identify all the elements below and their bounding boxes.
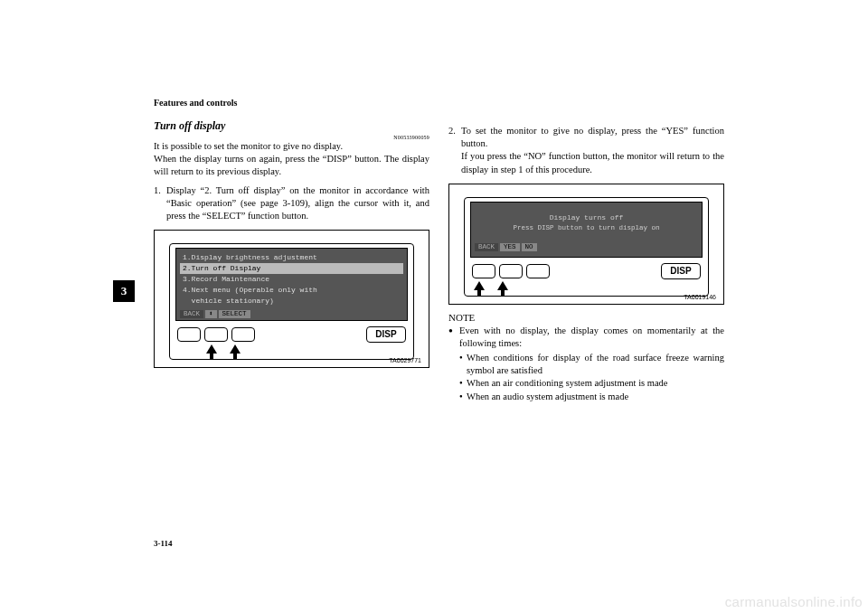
hw-button-3: [231, 327, 255, 342]
softkey-no: NO: [522, 243, 537, 251]
note-heading: NOTE: [448, 312, 724, 323]
note-text: Even with no display, the display comes …: [459, 325, 724, 348]
chapter-tab: 3: [113, 280, 135, 302]
softkey-yes: YES: [500, 243, 520, 251]
disp-button: DISP: [661, 263, 701, 279]
menu-item: vehicle stationary): [180, 296, 403, 306]
menu-item: 3.Record Maintenance: [180, 274, 403, 285]
arrow-up-icon: [497, 281, 508, 290]
manual-page: Features and controls 3 Turn off display…: [0, 0, 868, 613]
menu-item: 4.Next menu (Operable only with: [180, 285, 403, 296]
left-column: Turn off display N00533900059 It is poss…: [154, 119, 429, 368]
screen-subtitle: Press DISP button to turn display on: [475, 222, 698, 240]
figure-1: 1.Display brightness adjustment 2.Turn o…: [154, 230, 429, 368]
hardware-button-row: DISP: [470, 263, 703, 279]
figure-id: TA0029771: [389, 357, 421, 363]
step-text: If you press the “NO” function button, t…: [461, 150, 724, 175]
page-number: 3-114: [154, 539, 173, 548]
step-number: 1.: [154, 184, 161, 197]
figure-2: Display turns off Press DISP button to t…: [448, 184, 724, 305]
screen-title: Display turns off: [475, 206, 698, 222]
menu-item-selected: 2.Turn off Display: [180, 263, 403, 274]
step-text: Display “2. Turn off display” on the mon…: [166, 184, 429, 223]
hw-button-1: [472, 264, 495, 278]
step-number: 2.: [448, 125, 456, 137]
menu-item: 1.Display brightness adjustment: [180, 252, 403, 263]
softkey-buttons: [177, 327, 255, 342]
subsection-title: Turn off display: [154, 119, 429, 133]
softkey-bar: BACK ⬍ SELECT: [180, 310, 403, 318]
display-device: 1.Display brightness adjustment 2.Turn o…: [169, 243, 414, 360]
body-paragraph: When the display turns on again, press t…: [154, 153, 429, 178]
hw-button-2: [499, 264, 523, 278]
body-paragraph: It is possible to set the monitor to giv…: [154, 140, 429, 153]
disp-button: DISP: [366, 326, 406, 343]
softkey-bar: BACK YES NO: [475, 243, 698, 251]
step-item: 2. To set the monitor to give no display…: [448, 125, 724, 176]
pointer-arrows: [206, 344, 408, 354]
arrow-up-icon: [206, 344, 217, 354]
pointer-arrows: [474, 281, 703, 290]
step-text: To set the monitor to give no display, p…: [461, 125, 724, 150]
lcd-screen: 1.Display brightness adjustment 2.Turn o…: [175, 248, 408, 321]
note-sub-bullet: When conditions for display of the road …: [459, 352, 724, 377]
hardware-button-row: DISP: [175, 326, 408, 343]
hw-button-3: [526, 264, 550, 278]
arrow-up-icon: [474, 281, 485, 290]
softkey-back: BACK: [475, 243, 498, 251]
lcd-screen: Display turns off Press DISP button to t…: [470, 202, 703, 258]
arrow-up-icon: [230, 344, 241, 354]
softkey-select: SELECT: [219, 310, 250, 318]
softkey-updown: ⬍: [205, 310, 217, 318]
note-bullet: Even with no display, the display comes …: [448, 325, 724, 403]
softkey-buttons: [472, 264, 550, 278]
note-sub-bullet: When an audio system adjustment is made: [459, 391, 724, 403]
hw-button-2: [204, 327, 228, 342]
display-device: Display turns off Press DISP button to t…: [464, 197, 709, 297]
figure-id: TA0019146: [684, 294, 716, 300]
step-item: 1. Display “2. Turn off display” on the …: [154, 184, 429, 223]
hw-button-1: [177, 327, 201, 342]
softkey-back: BACK: [180, 310, 203, 318]
section-header: Features and controls: [154, 98, 237, 108]
right-column: 2. To set the monitor to give no display…: [448, 119, 724, 403]
note-sub-bullet: When an air conditioning system adjustme…: [459, 377, 724, 390]
watermark: carmanualsonline.info: [725, 594, 863, 609]
